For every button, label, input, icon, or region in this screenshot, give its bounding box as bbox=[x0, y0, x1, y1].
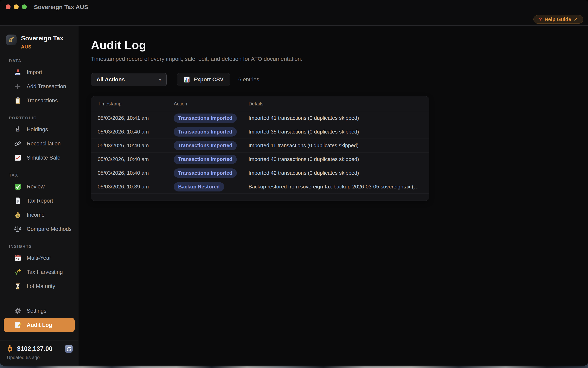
sidebar-item-label: Settings bbox=[27, 308, 47, 314]
sidebar-item-label: Tax Harvesting bbox=[27, 269, 63, 275]
sidebar-item-simulate-sale[interactable]: Simulate Sale bbox=[4, 151, 75, 165]
external-link-arrow-icon: ↗ bbox=[574, 17, 578, 22]
check-mark-icon bbox=[14, 183, 21, 190]
table-row[interactable]: 05/03/2026, 10:40 am Transactions Import… bbox=[91, 125, 429, 139]
window-title: Sovereign Tax AUS bbox=[34, 4, 88, 10]
cell-timestamp: 05/03/2026, 10:40 am bbox=[98, 142, 174, 149]
balance-scale-icon bbox=[14, 225, 21, 233]
cell-details: Backup restored from sovereign-tax-backu… bbox=[248, 184, 422, 190]
cell-timestamp: 05/03/2026, 10:40 am bbox=[98, 129, 174, 135]
traffic-lights bbox=[6, 4, 27, 9]
table-row[interactable]: 05/03/2026, 10:40 am Transactions Import… bbox=[91, 166, 429, 180]
audit-log-table: Timestamp Action Details 05/03/2026, 10:… bbox=[91, 96, 429, 201]
controls-row: All Actions ▾ Export CSV 6 entries bbox=[91, 73, 588, 86]
bitcoin-icon: B bbox=[7, 345, 14, 353]
export-csv-label: Export CSV bbox=[193, 77, 224, 83]
cell-timestamp: 05/03/2026, 10:40 am bbox=[98, 156, 174, 162]
sidebar-item-label: Audit Log bbox=[27, 322, 52, 328]
sidebar-item-review[interactable]: Review bbox=[4, 180, 75, 194]
action-filter-value: All Actions bbox=[96, 77, 125, 83]
question-mark-icon: ? bbox=[539, 16, 542, 23]
sidebar-item-compare-methods[interactable]: Compare Methods bbox=[4, 222, 75, 236]
sidebar-item-label: Import bbox=[27, 69, 42, 75]
help-guide-label: Help Guide bbox=[545, 17, 571, 22]
sidebar-item-multi-year[interactable]: 17 Multi-Year bbox=[4, 251, 75, 265]
sidebar-item-income[interactable]: $ Income bbox=[4, 208, 75, 222]
sidebar-item-tax-report[interactable]: Tax Report bbox=[4, 194, 75, 208]
table-header-row: Timestamp Action Details bbox=[91, 96, 429, 111]
cell-timestamp: 05/03/2026, 10:39 am bbox=[98, 184, 174, 190]
brand-name: Sovereign Tax bbox=[21, 35, 64, 42]
app-brand: B Sovereign Tax AUS bbox=[0, 35, 78, 50]
sidebar: B Sovereign Tax AUS DATA bbox=[0, 26, 78, 366]
bar-chart-icon bbox=[183, 76, 190, 83]
action-badge: Transactions Imported bbox=[174, 155, 237, 164]
sidebar-item-label: Add Transaction bbox=[27, 83, 66, 90]
app-logo-icon: B bbox=[6, 35, 17, 45]
main-content: Audit Log Timestamped record of every im… bbox=[78, 26, 588, 366]
inbox-tray-icon bbox=[14, 69, 21, 76]
sidebar-item-label: Review bbox=[27, 184, 45, 190]
column-header-timestamp: Timestamp bbox=[98, 101, 174, 107]
sidebar-item-label: Reconciliation bbox=[27, 141, 61, 147]
document-icon bbox=[14, 197, 21, 204]
sidebar-item-label: Transactions bbox=[27, 98, 58, 104]
money-bag-icon: $ bbox=[14, 211, 21, 219]
minimize-window-button[interactable] bbox=[14, 4, 19, 9]
action-filter-select[interactable]: All Actions ▾ bbox=[91, 73, 167, 86]
clipboard-icon bbox=[14, 97, 21, 104]
help-guide-button[interactable]: ? Help Guide ↗ bbox=[533, 15, 583, 24]
table-row[interactable]: 05/03/2026, 10:39 am Backup Restored Bac… bbox=[91, 180, 429, 194]
action-badge: Transactions Imported bbox=[174, 113, 237, 123]
action-badge: Transactions Imported bbox=[174, 127, 237, 137]
action-badge: Backup Restored bbox=[174, 182, 224, 192]
section-label-tax: TAX bbox=[9, 173, 78, 177]
sidebar-item-add-transaction[interactable]: Add Transaction bbox=[4, 79, 75, 93]
cell-details: Imported 40 transactions (0 duplicates s… bbox=[248, 156, 422, 162]
cell-details: Imported 41 transactions (0 duplicates s… bbox=[248, 115, 422, 121]
cell-details: Imported 42 transactions (0 duplicates s… bbox=[248, 170, 422, 176]
action-badge: Transactions Imported bbox=[174, 141, 237, 150]
memo-icon bbox=[14, 321, 21, 329]
sidebar-item-import[interactable]: Import bbox=[4, 65, 75, 79]
sidebar-item-reconciliation[interactable]: Reconciliation bbox=[4, 137, 75, 151]
cell-timestamp: 05/03/2026, 10:41 am bbox=[98, 115, 174, 121]
svg-text:$: $ bbox=[17, 214, 19, 218]
brand-region: AUS bbox=[21, 44, 64, 50]
svg-text:B: B bbox=[9, 37, 12, 43]
section-label-portfolio: PORTFOLIO bbox=[9, 116, 78, 120]
gear-icon bbox=[14, 307, 21, 314]
table-row[interactable]: 05/03/2026, 10:41 am Transactions Import… bbox=[91, 111, 429, 125]
chart-increasing-icon bbox=[14, 154, 21, 161]
cell-timestamp: 05/03/2026, 10:40 am bbox=[98, 170, 174, 176]
page-title: Audit Log bbox=[91, 38, 588, 52]
sidebar-item-label: Simulate Sale bbox=[27, 155, 60, 161]
btc-price: $102,137.00 bbox=[17, 345, 53, 352]
sidebar-item-label: Holdings bbox=[27, 126, 48, 133]
cell-details: Imported 11 transactions (0 duplicates s… bbox=[248, 142, 422, 149]
sidebar-item-label: Tax Report bbox=[27, 198, 53, 204]
calendar-icon: 17 bbox=[14, 254, 21, 262]
page-subtitle: Timestamped record of every import, sale… bbox=[91, 56, 588, 62]
sidebar-item-transactions[interactable]: Transactions bbox=[4, 93, 75, 108]
sidebar-item-label: Income bbox=[27, 212, 45, 218]
sidebar-item-holdings[interactable]: B Holdings bbox=[4, 122, 75, 137]
sidebar-item-lot-maturity[interactable]: Lot Maturity bbox=[4, 279, 75, 293]
entries-count: 6 entries bbox=[238, 77, 259, 83]
price-footer: B $102,137.00 bbox=[0, 340, 78, 366]
zoom-window-button[interactable] bbox=[22, 4, 27, 9]
column-header-details: Details bbox=[248, 101, 422, 107]
sidebar-item-label: Lot Maturity bbox=[27, 283, 55, 289]
export-csv-button[interactable]: Export CSV bbox=[177, 73, 230, 86]
sidebar-item-settings[interactable]: Settings bbox=[4, 304, 75, 318]
section-label-data: DATA bbox=[9, 59, 78, 63]
sidebar-item-tax-harvesting[interactable]: Tax Harvesting bbox=[4, 265, 75, 279]
price-updated-text: Updated 6s ago bbox=[7, 355, 73, 360]
bitcoin-icon: B bbox=[14, 126, 21, 133]
sidebar-item-audit-log[interactable]: Audit Log bbox=[4, 318, 75, 332]
refresh-price-button[interactable] bbox=[65, 345, 73, 353]
close-window-button[interactable] bbox=[6, 4, 10, 9]
table-row[interactable]: 05/03/2026, 10:40 am Transactions Import… bbox=[91, 139, 429, 153]
section-label-insights: INSIGHTS bbox=[9, 244, 78, 249]
table-row[interactable]: 05/03/2026, 10:40 am Transactions Import… bbox=[91, 153, 429, 166]
